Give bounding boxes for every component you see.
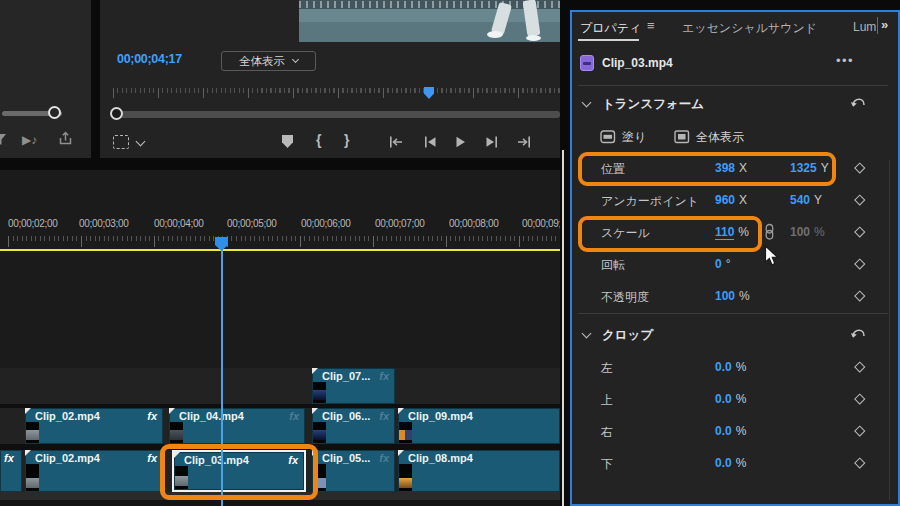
clip-corner [312,368,318,374]
rotation-value[interactable]: 0 ° [715,257,731,271]
crop-bottom-value[interactable]: 0.0 % [715,456,746,470]
clip-fx-badge[interactable]: fx [379,452,389,464]
clip-fx-badge[interactable]: fx [147,452,157,464]
clip-thumbnail [26,422,39,443]
chevron-down-icon[interactable] [136,137,146,147]
crop-top-value[interactable]: 0.0 % [715,392,746,406]
keyframe-diamond-icon[interactable] [854,258,865,269]
go-to-in-icon[interactable] [388,135,404,149]
section-transform-header[interactable]: トランスフォーム [570,95,898,115]
scale-value[interactable]: 110 % [715,225,749,240]
panel-divider[interactable] [562,150,564,506]
step-back-icon[interactable] [422,135,438,149]
position-x-value[interactable]: 398 X [715,161,747,175]
go-to-out-icon[interactable] [516,135,532,149]
zoom-slider-knob[interactable] [48,106,61,119]
keyframe-diamond-icon[interactable] [854,162,865,173]
value: 0.0 [715,424,732,438]
clip-label: Clip_04.mp4 [179,410,244,422]
tab-lumetri[interactable]: Lum [853,20,876,34]
value: 960 [715,193,735,207]
play-audio-icon[interactable]: ▶♪ [22,133,37,147]
property-label: 位置 [601,161,625,178]
keyframe-diamond-icon[interactable] [854,226,865,237]
safe-margins-icon[interactable] [113,135,129,149]
more-options-icon[interactable]: ••• [836,53,854,68]
export-icon[interactable] [57,131,74,146]
timeline-clip[interactable]: Clip_02.mp4 fx [25,408,163,444]
crop-right-value[interactable]: 0.0 % [715,424,746,438]
clip-fx-badge[interactable]: fx [288,454,298,466]
anchor-y-value[interactable]: 540 Y [790,193,822,207]
link-scale-icon[interactable] [764,223,775,241]
add-marker-icon[interactable] [282,135,293,148]
timeline-ruler[interactable] [0,236,560,249]
mark-out-icon[interactable]: } [344,132,349,148]
monitor-mini-ruler[interactable] [113,88,560,99]
anchor-x-value[interactable]: 960 X [715,193,747,207]
zoom-level-dropdown[interactable]: 全体表示 [221,51,316,71]
timeline-panel: 00;00;02;00 00;00;03;00 00;00;04;00 00;0… [0,170,560,506]
timeline-clip[interactable]: Clip_06... fx [312,408,395,444]
timeline-clip[interactable]: Clip_05... fx [312,450,395,492]
panel-menu-icon[interactable]: ≡ [647,18,655,33]
chevron-down-icon[interactable] [582,98,592,108]
monitor-scrubber-track[interactable] [113,111,560,118]
property-row-crop-right: 右 0.0 % [570,416,898,448]
work-area-bar [0,249,560,251]
property-row-crop-top: 上 0.0 % [570,384,898,416]
clip-fx-badge[interactable]: fx [289,410,299,422]
keyframe-diamond-icon[interactable] [854,425,865,436]
timeline-playhead-line[interactable] [221,238,223,506]
mark-in-icon[interactable]: { [316,132,321,148]
fit-button[interactable]: 全体表示 [674,128,744,146]
timeline-clip[interactable]: Clip_02.mp4 fx [25,450,163,492]
scale-height-value[interactable]: 100 % [790,225,825,239]
keyframe-diamond-icon[interactable] [854,290,865,301]
property-row-crop-left: 左 0.0 % [570,352,898,384]
timeline-clip[interactable]: Clip_09.mp4 [398,408,560,444]
property-label: 不透明度 [601,289,649,306]
clip-fx-badge[interactable]: fx [379,410,389,422]
reset-icon[interactable] [850,327,866,340]
position-y-value[interactable]: 1325 Y [790,161,829,175]
value: 0.0 [715,360,732,374]
clip-label: Clip_02.mp4 [35,410,100,422]
track-row-v2 [0,368,560,404]
panel-scrollbar[interactable] [889,160,890,500]
program-preview-canvas[interactable] [299,0,560,42]
clip-corner [398,408,404,414]
section-title: トランスフォーム [602,96,704,113]
filter-icon[interactable] [0,133,8,146]
clip-label: Clip_07... [322,370,370,382]
timeline-clip-partial[interactable]: fx [0,450,22,492]
section-crop-header[interactable]: クロップ [570,326,898,346]
step-forward-icon[interactable] [484,135,500,149]
timeline-clip[interactable]: Clip_07... fx [312,368,395,404]
clip-fx-badge[interactable]: fx [147,410,157,422]
fill-button[interactable]: 塗り [600,128,646,146]
crop-left-value[interactable]: 0.0 % [715,360,746,374]
keyframe-diamond-icon[interactable] [854,457,865,468]
track-footer-dark [0,500,560,506]
clip-corner [25,450,31,456]
keyframe-diamond-icon[interactable] [854,393,865,404]
keyframe-diamond-icon[interactable] [854,194,865,205]
program-timecode[interactable]: 00;00;04;17 [117,52,182,66]
tab-overflow-icon[interactable]: » [881,17,888,32]
tab-essential-sound[interactable]: エッセンシャルサウンド [682,20,817,37]
monitor-scrubber-knob[interactable] [110,107,123,120]
keyframe-diamond-icon[interactable] [854,361,865,372]
timeline-clip[interactable]: Clip_08.mp4 [398,450,560,492]
timeline-clip[interactable]: Clip_04.mp4 fx [169,408,305,444]
opacity-value[interactable]: 100 % [715,289,750,303]
clip-fx-badge[interactable]: fx [4,452,14,464]
tab-properties[interactable]: プロパティ [580,20,641,37]
chevron-down-icon[interactable] [582,329,592,339]
play-icon[interactable] [452,135,468,149]
clip-corner [169,408,175,414]
reset-icon[interactable] [850,96,866,109]
timeline-clip-selected[interactable]: Clip_03.mp4 fx [172,450,306,492]
clip-fx-badge[interactable]: fx [379,370,389,382]
property-label: スケール [601,225,650,242]
